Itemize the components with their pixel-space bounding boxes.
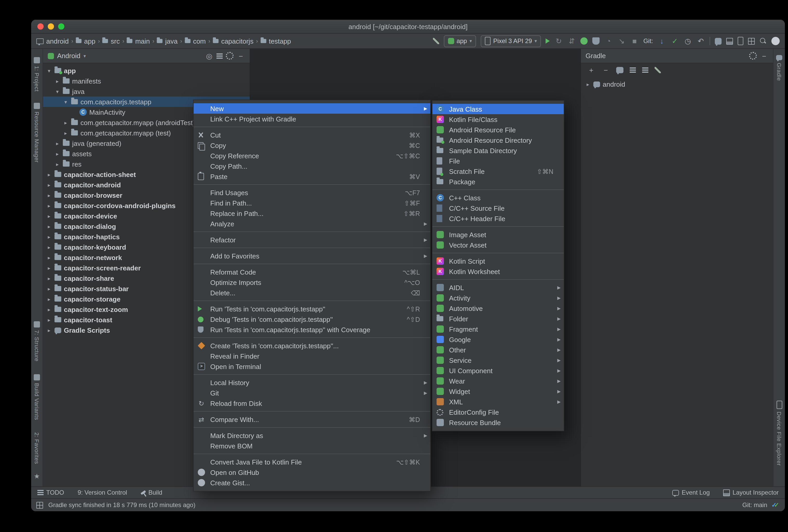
expand-arrow-icon[interactable]: ▸ [46,327,52,333]
submenu-item-image-asset[interactable]: Image Asset [432,230,564,240]
menu-item-convert-java-to-kotlin[interactable]: Convert Java File to Kotlin File⌥⇧⌘K [194,457,430,467]
expand-arrow-icon[interactable]: ▸ [46,244,52,250]
menu-item-copy[interactable]: Copy⌘C [194,140,430,151]
menu-item-paste[interactable]: Paste⌘V [194,171,430,182]
menu-item-optimize-imports[interactable]: Optimize Imports^⌥O [194,277,430,288]
git-branch-widget[interactable]: Git: main [742,501,767,509]
menu-item-refactor[interactable]: Refactor▶ [194,235,430,245]
submenu-item-xml[interactable]: XML▶ [432,396,564,407]
avatar[interactable] [771,37,780,45]
gear-icon[interactable] [226,52,234,60]
submenu-item-kotlin-script[interactable]: KKotlin Script [432,256,564,266]
build-wrench-icon[interactable] [433,38,439,44]
breadcrumb-item-capacitorjs[interactable]: capacitorjs [213,37,253,45]
expand-arrow-icon[interactable]: ▸ [55,78,60,84]
breadcrumb-item-android[interactable]: android [36,37,69,45]
expand-arrow-icon[interactable]: ▾ [55,88,60,94]
expand-arrow-icon[interactable]: ▸ [46,296,52,302]
collapse-all-icon[interactable] [642,67,648,73]
submenu-item-activity[interactable]: Activity▶ [432,293,564,303]
breadcrumb-item-app[interactable]: app [76,37,95,45]
git-update-icon[interactable]: ↓ [658,37,666,45]
tree-item-manifests[interactable]: ▸manifests [43,76,250,86]
menu-item-git[interactable]: Git▶ [194,388,430,398]
submenu-item-ui-component[interactable]: UI Component▶ [432,366,564,376]
rollback-icon[interactable]: ↶ [697,37,705,45]
toolwindow-button-version-control[interactable]: 9: Version Control [78,489,127,496]
toolwindow-button-gradle[interactable]: Gradle [776,55,782,81]
expand-arrow-icon[interactable]: ▸ [46,192,52,198]
gradle-tree-item-android[interactable]: ▸ android [581,79,773,89]
toolwindow-switcher-icon[interactable] [36,501,43,508]
sdk-manager-icon[interactable] [748,38,755,44]
run-tasks-icon[interactable]: ⇵ [568,37,576,45]
expand-arrow-icon[interactable]: ▸ [46,307,52,312]
toolwindow-button-resource-manager[interactable]: Resource Manager [34,103,40,163]
expand-arrow-icon[interactable]: ▸ [55,151,60,157]
locate-file-icon[interactable]: ◎ [205,52,213,60]
submenu-item-fragment[interactable]: Fragment▶ [432,324,564,334]
remove-gradle-project-icon[interactable]: − [602,66,610,74]
expand-arrow-icon[interactable]: ▸ [55,140,60,146]
submenu-item-sample-data-directory[interactable]: Sample Data Directory [432,145,564,156]
expand-arrow-icon[interactable]: ▸ [55,161,60,167]
breadcrumb-item-src[interactable]: src [102,37,120,45]
run-config-selector[interactable]: app ▾ [444,35,476,47]
menu-item-create-gist[interactable]: Create Gist... [194,477,430,488]
expand-arrow-icon[interactable]: ▸ [46,172,52,177]
submenu-item-aidl[interactable]: AIDL▶ [432,282,564,293]
menu-item-analyze[interactable]: Analyze▶ [194,218,430,229]
toolwindow-button-device-file-explorer[interactable]: Device File Explorer [776,400,782,466]
toolwindow-button-build[interactable]: Build [141,489,162,496]
expand-arrow-icon[interactable]: ▾ [63,99,68,104]
menu-item-new[interactable]: New▶ [194,103,430,114]
menu-item-reload-from-disk[interactable]: ↻Reload from Disk [194,398,430,409]
menu-item-run-tests-with-coverage[interactable]: Run 'Tests in 'com.capacitorjs.testapp''… [194,324,430,335]
menu-item-link-cpp-project[interactable]: Link C++ Project with Gradle [194,114,430,124]
submenu-item-other[interactable]: Other▶ [432,344,564,355]
gradle-refresh-icon[interactable] [616,67,624,73]
submenu-item-package[interactable]: Package [432,176,564,187]
expand-arrow-icon[interactable]: ▸ [46,213,52,219]
search-icon[interactable] [760,37,767,45]
submenu-item-vector-asset[interactable]: Vector Asset [432,240,564,250]
profiler-button[interactable]: ◔ [605,37,613,45]
expand-arrow-icon[interactable]: ▸ [46,182,52,188]
hide-panel-icon[interactable]: − [760,52,768,60]
tree-item-app[interactable]: ▾app [43,65,250,76]
expand-arrow-icon[interactable]: ▸ [46,234,52,239]
submenu-item-resource-bundle[interactable]: Resource Bundle [432,417,564,428]
expand-arrow-icon[interactable]: ▸ [585,81,591,87]
submenu-item-cpp-header-file[interactable]: C/C++ Header File [432,213,564,224]
toolwindow-button-build-variants[interactable]: Build Variants [34,374,40,420]
gradle-settings-icon[interactable] [655,67,661,73]
menu-item-run-tests[interactable]: Run 'Tests in 'com.capacitorjs.testapp''… [194,303,430,314]
menu-item-replace-in-path[interactable]: Replace in Path...⇧⌘R [194,208,430,218]
expand-arrow-icon[interactable]: ▸ [46,275,52,281]
menu-item-copy-path[interactable]: Copy Path... [194,161,430,171]
submenu-item-editorconfig-file[interactable]: EditorConfig File [432,407,564,417]
expand-arrow-icon[interactable]: ▾ [46,68,52,74]
history-icon[interactable]: ◷ [684,37,692,45]
submenu-item-google[interactable]: Google▶ [432,334,564,344]
stop-button[interactable]: ■ [630,37,639,45]
menu-item-cut[interactable]: Cut⌘X [194,130,430,140]
toolwindow-button-project[interactable]: 1: Project [34,57,40,92]
expand-all-icon[interactable] [630,67,636,73]
submenu-item-cpp-class[interactable]: CC++ Class [432,193,564,203]
submenu-item-automotive[interactable]: Automotive▶ [432,303,564,314]
submenu-item-wear[interactable]: Wear▶ [432,376,564,386]
expand-arrow-icon[interactable]: ▸ [46,317,52,322]
breadcrumb-item-testapp[interactable]: testapp [261,37,291,45]
expand-arrow-icon[interactable]: ▸ [46,265,52,271]
expand-arrow-icon[interactable]: ▸ [46,223,52,229]
menu-item-reformat-code[interactable]: Reformat Code⌥⌘L [194,267,430,277]
submenu-item-kotlin-file-class[interactable]: KKotlin File/Class [432,114,564,124]
hide-panel-icon[interactable]: − [237,52,245,60]
toolwindow-button-structure[interactable]: 7: Structure [34,321,40,361]
chevron-down-icon[interactable]: ▾ [83,53,86,58]
menu-item-mark-directory-as[interactable]: Mark Directory as▶ [194,430,430,441]
expand-arrow-icon[interactable]: ▸ [46,203,52,209]
toolwindow-button-layout-inspector[interactable]: Layout Inspector [723,489,779,496]
avd-manager-icon[interactable] [737,37,743,45]
